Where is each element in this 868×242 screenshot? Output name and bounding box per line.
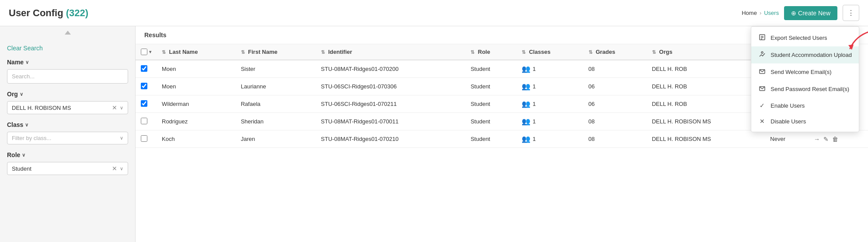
name-search-input[interactable] [7,69,128,84]
role-filter-label[interactable]: Role ∨ [7,151,128,158]
class-dropdown-icon[interactable]: ∨ [120,135,123,141]
col-orgs[interactable]: ⇅ Orgs [647,44,765,60]
disable-users-item[interactable]: ✕ Disable Users [751,113,859,129]
cell-last-name: Rodriguez [157,113,236,130]
breadcrumb-current[interactable]: Users [764,10,779,16]
cell-grades: 08 [583,113,647,130]
main-layout: Clear Search Name ∨ Org ∨ DELL H. ROBISO… [0,26,868,242]
cell-role: Student [465,130,516,148]
clear-search-button[interactable]: Clear Search [7,45,43,52]
col-identifier[interactable]: ⇅ Identifier [316,44,465,60]
row-checkbox-3[interactable] [141,118,147,124]
breadcrumb: Home › Users [742,10,779,16]
content-area: Results 1 to 20 (318 ▾ ⇅ Last Name ⇅ Fir… [136,26,868,242]
col-grades[interactable]: ⇅ Grades [583,44,647,60]
col-last-name[interactable]: ⇅ Last Name [157,44,236,60]
more-options-menu: Export Selected Users Student Accommodat… [751,26,859,132]
role-filter-section: Role ∨ Student ✕ ∨ [7,151,128,175]
col-first-name[interactable]: ⇅ First Name [236,44,316,60]
role-dropdown-icon[interactable]: ∨ [120,166,123,172]
send-password-reset-item[interactable]: Send Password Reset Email(s) [751,81,859,98]
select-all-checkbox[interactable] [141,49,147,55]
cell-last-name: Wilderman [157,95,236,113]
welcome-email-label: Send Welcome Email(s) [770,69,831,75]
role-chevron-icon: ∨ [22,152,25,158]
cell-grades: 08 [583,60,647,78]
sort-icon-role: ⇅ [471,49,474,55]
col-classes[interactable]: ⇅ Classes [516,44,583,60]
row-checkbox-cell [136,130,157,148]
sort-icon-lastname: ⇅ [162,49,166,55]
cell-grades: 08 [583,130,647,148]
cell-orgs: DELL H. ROB [647,95,765,113]
delete-icon[interactable]: 🗑 [832,136,838,143]
cell-identifier: STU-08MAT-Ridges01-070011 [316,113,465,130]
class-filter-dropdown[interactable]: Filter by class... ∨ [7,132,128,144]
page-title: User Config (322) [9,7,88,19]
accommodation-icon [758,51,766,59]
cell-classes: 👥1 [516,130,583,148]
cell-first-name: Laurianne [236,78,316,95]
disable-icon: ✕ [758,118,766,125]
enable-users-item[interactable]: ✓ Enable Users [751,98,859,113]
accommodation-label: Student Accommodation Upload [770,52,852,58]
sidebar-content: Clear Search Name ∨ Org ∨ DELL H. ROBISO… [0,36,135,189]
cell-grades: 06 [583,95,647,113]
org-filter-section: Org ∨ DELL H. ROBISON MS ✕ ∨ [7,91,128,114]
classes-group-icon: 👥 [522,135,530,143]
class-chevron-icon: ∨ [25,122,28,128]
org-dropdown-icon[interactable]: ∨ [120,105,123,111]
more-options-button[interactable]: ⋮ [843,5,859,21]
cell-role: Student [465,113,516,130]
classes-count: 1 [533,66,536,72]
cell-first-name: Rafaela [236,95,316,113]
sort-icon-identifier: ⇅ [321,49,325,55]
scroll-up-icon[interactable] [65,31,71,35]
select-dropdown-icon[interactable]: ▾ [149,49,151,54]
col-role[interactable]: ⇅ Role [465,44,516,60]
header-right: Home › Users ⊕ Create New ⋮ [742,5,859,21]
cell-role: Student [465,60,516,78]
cell-row-actions: →✎🗑 [809,130,868,148]
org-filter-label[interactable]: Org ∨ [7,91,128,98]
cell-grades: 06 [583,78,647,95]
cell-role: Student [465,95,516,113]
cell-identifier: STU-08MAT-Ridges01-070200 [316,60,465,78]
export-selected-users-item[interactable]: Export Selected Users [751,29,859,46]
role-clear-icon[interactable]: ✕ [112,165,117,172]
name-chevron-icon: ∨ [25,60,29,65]
cell-role: Student [465,78,516,95]
classes-group-icon: 👥 [522,65,530,73]
send-welcome-email-item[interactable]: Send Welcome Email(s) [751,63,859,81]
row-checkbox-2[interactable] [141,100,147,107]
select-all-wrapper: ▾ [141,49,151,55]
app-header: User Config (322) Home › Users ⊕ Create … [0,0,868,26]
cell-orgs: DELL H. ROBISON MS [647,130,765,148]
class-filter-section: Class ∨ Filter by class... ∨ [7,121,128,144]
breadcrumb-home[interactable]: Home [742,10,757,16]
org-clear-icon[interactable]: ✕ [112,104,117,111]
student-accommodation-item[interactable]: Student Accommodation Upload [751,46,859,63]
classes-count: 1 [533,136,536,142]
row-checkbox-4[interactable] [141,135,147,142]
row-checkbox-1[interactable] [141,83,147,89]
name-filter-label[interactable]: Name ∨ [7,59,128,66]
welcome-email-icon [758,68,766,76]
classes-count: 1 [533,118,536,125]
cell-classes: 👥1 [516,78,583,95]
password-reset-icon [758,85,766,93]
svg-point-1 [761,52,763,53]
class-filter-label[interactable]: Class ∨ [7,121,128,128]
edit-icon[interactable]: ✎ [823,136,829,143]
row-checkbox-cell [136,95,157,113]
classes-group-icon: 👥 [522,117,530,126]
cell-identifier: STU-06SCI-Ridges01-070306 [316,78,465,95]
login-as-icon[interactable]: → [814,136,820,143]
org-filter-value: DELL H. ROBISON MS ✕ ∨ [7,101,128,114]
row-checkbox-0[interactable] [141,65,147,72]
sort-icon-classes: ⇅ [522,49,526,55]
cell-first-name: Jaren [236,130,316,148]
breadcrumb-separator: › [760,10,761,16]
cell-classes: 👥1 [516,95,583,113]
create-new-button[interactable]: ⊕ Create New [784,6,837,20]
